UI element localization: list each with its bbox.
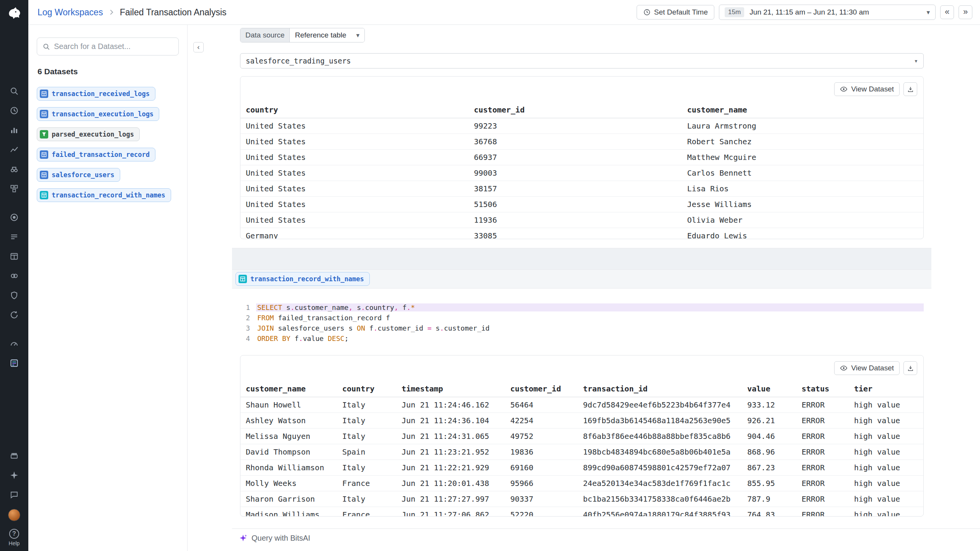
workspace-canvas: ‹ Data source Reference table ▾ salesfor…	[188, 25, 980, 551]
table-cell: 11936	[474, 212, 687, 228]
table-cell: Matthew Mcguire	[687, 150, 923, 165]
table-cell: United States	[240, 134, 474, 150]
dataset-chip[interactable]: salesforce_users	[37, 168, 120, 182]
column-header[interactable]: country	[342, 381, 402, 397]
table-row[interactable]: Molly WeeksFranceJun 21 11:20:01.4389596…	[240, 476, 923, 491]
table-row[interactable]: Melissa NguyenItalyJun 21 11:24:31.06549…	[240, 429, 923, 444]
dataset-search-box[interactable]	[37, 37, 179, 55]
column-header[interactable]: country	[240, 102, 474, 118]
table-cell: United States	[240, 150, 474, 165]
infrastructure-icon[interactable]	[9, 183, 20, 194]
sync-icon[interactable]	[9, 310, 20, 320]
monitoring-icon[interactable]	[9, 338, 20, 349]
table-cell: Jun 21 11:27:06.862	[402, 507, 510, 517]
page-title: Failed Transaction Analysis	[120, 7, 227, 18]
table-cell: Jun 21 11:24:31.065	[402, 429, 510, 444]
column-header[interactable]: tier	[854, 381, 923, 397]
user-avatar[interactable]	[8, 509, 20, 521]
dataset-chip[interactable]: transaction_record_with_names	[235, 272, 370, 286]
apm-icon[interactable]	[9, 212, 20, 223]
table-cell: Spain	[342, 444, 402, 460]
skip-forward-button[interactable]: »	[959, 5, 972, 19]
bitsai-icon[interactable]	[9, 470, 20, 481]
skip-backward-button[interactable]: «	[940, 5, 954, 19]
sql-line: 4ORDER BY f.value DESC;	[240, 333, 924, 344]
view-dataset-button[interactable]: View Dataset	[834, 82, 900, 96]
logs-icon[interactable]	[9, 231, 20, 242]
dataset-chip[interactable]: transaction_execution_logs	[37, 107, 159, 121]
security-icon[interactable]	[9, 290, 20, 301]
sql-code-text: ORDER BY f.value DESC;	[256, 334, 924, 342]
view-dataset-button[interactable]: View Dataset	[834, 361, 900, 375]
dataset-chip[interactable]: parsed_execution_logs	[37, 127, 140, 141]
download-button[interactable]	[903, 82, 917, 96]
source-type-select[interactable]: Reference table ▾	[290, 28, 364, 42]
table-row[interactable]: United States11936Olivia Weber	[240, 212, 923, 228]
table-row[interactable]: United States51506Jesse Williams	[240, 197, 923, 212]
column-header[interactable]: customer_id	[510, 381, 583, 397]
table-row[interactable]: United States36768Robert Sanchez	[240, 134, 923, 150]
column-header[interactable]: timestamp	[402, 381, 510, 397]
integrations-icon[interactable]	[9, 271, 20, 281]
column-header[interactable]: customer_id	[474, 102, 687, 118]
dashboards-icon[interactable]	[9, 125, 20, 135]
column-header[interactable]: customer_name	[240, 381, 342, 397]
table-row[interactable]: United States38157Lisa Rios	[240, 181, 923, 197]
table-row[interactable]: Shaun HowellItalyJun 21 11:24:46.1625646…	[240, 397, 923, 413]
table-row[interactable]: United States99223Laura Armstrong	[240, 118, 923, 134]
feedback-icon[interactable]	[9, 489, 20, 500]
table-cell: Italy	[342, 429, 402, 444]
table-header-row: customer_namecountrytimestampcustomer_id…	[240, 381, 923, 397]
set-default-time-button[interactable]: Set Default Time	[637, 5, 714, 20]
table-row[interactable]: United States99003Carlos Bennett	[240, 165, 923, 181]
datadog-logo[interactable]	[6, 5, 23, 21]
table-cell: ERROR	[802, 491, 854, 507]
table-cell: 69160	[510, 460, 583, 476]
table-cell: Robert Sanchez	[687, 134, 923, 150]
collapse-sidebar-button[interactable]: ‹	[193, 42, 204, 52]
table-cell: ERROR	[802, 460, 854, 476]
software-delivery-icon[interactable]	[9, 251, 20, 262]
eye-icon	[840, 85, 848, 93]
table-cell: 24ea520134e34ac583de1f769f1fac1c	[583, 476, 747, 491]
filter-icon	[40, 130, 48, 139]
table-row[interactable]: Ashley WatsonItalyJun 21 11:24:36.104422…	[240, 413, 923, 429]
table-cell: 38157	[474, 181, 687, 197]
toolkit-icon[interactable]	[9, 450, 20, 461]
breadcrumb-log-workspaces[interactable]: Log Workspaces	[38, 7, 103, 18]
table-cell: Jun 21 11:27:27.997	[402, 491, 510, 507]
dataset-select[interactable]: salesforce_trading_users ▾	[240, 53, 924, 68]
help-button[interactable]: ? Help	[9, 529, 20, 546]
dataset-chip[interactable]: failed_transaction_record	[37, 148, 155, 161]
query-with-bitsai-button[interactable]: Query with BitsAI	[232, 528, 980, 547]
metrics-icon[interactable]	[9, 144, 20, 155]
dataset-chip[interactable]: transaction_received_logs	[37, 87, 155, 101]
recents-icon[interactable]	[9, 105, 20, 116]
time-range-selector[interactable]: 15m Jun 21, 11:15 am – Jun 21, 11:30 am …	[719, 5, 936, 20]
log-workspaces-icon[interactable]	[9, 358, 20, 368]
table-cell: ERROR	[802, 476, 854, 491]
table-icon	[40, 150, 48, 159]
column-header[interactable]: customer_name	[687, 102, 923, 118]
sql-editor[interactable]: 1SELECT s.customer_name, s.country, f.*2…	[240, 302, 924, 344]
table-row[interactable]: Germany33085Eduardo Lewis	[240, 228, 923, 240]
column-header[interactable]: transaction_id	[583, 381, 747, 397]
table-row[interactable]: Madison WilliamsFranceJun 21 11:27:06.86…	[240, 507, 923, 517]
table-cell: Eduardo Lewis	[687, 228, 923, 240]
table-row[interactable]: David ThompsonSpainJun 21 11:23:21.95219…	[240, 444, 923, 460]
dataset-search-input[interactable]	[54, 42, 173, 51]
table-cell: France	[342, 476, 402, 491]
table-row[interactable]: Rhonda WilliamsonItalyJun 21 11:22:21.92…	[240, 460, 923, 476]
table-cell: 764.83	[747, 507, 802, 517]
search-icon[interactable]	[9, 86, 20, 96]
dataset-chip[interactable]: transaction_record_with_names	[37, 188, 171, 202]
table-cell: 56464	[510, 397, 583, 413]
watchdog-icon[interactable]	[9, 164, 20, 174]
column-header[interactable]: status	[802, 381, 854, 397]
chevron-down-icon: ▾	[914, 57, 918, 65]
table-row[interactable]: Sharon GarrisonItalyJun 21 11:27:27.9979…	[240, 491, 923, 507]
table-cell: ERROR	[802, 397, 854, 413]
download-button[interactable]	[903, 361, 917, 375]
column-header[interactable]: value	[747, 381, 802, 397]
table-row[interactable]: United States66937Matthew Mcguire	[240, 150, 923, 165]
